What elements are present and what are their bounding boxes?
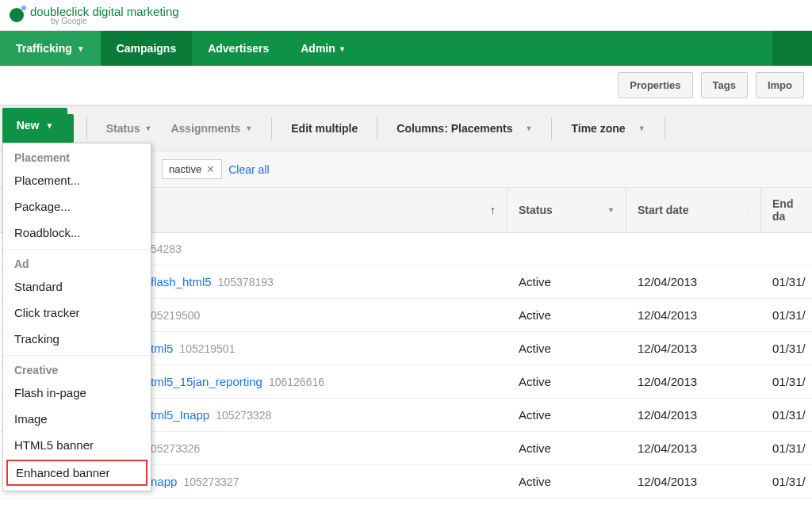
import-button[interactable]: Impo [756,72,804,98]
row-status: Active [508,399,626,431]
main-nav: Trafficking ▼ Campaigns Advertisers Admi… [0,31,812,66]
caret-down-icon: ▼ [526,124,533,132]
caret-down-icon: ▼ [77,44,85,53]
caret-down-icon: ▾ [340,44,344,53]
caret-down-icon: ▼ [245,124,252,132]
dd-html5-banner[interactable]: HTML5 banner [3,432,151,458]
close-icon[interactable]: ✕ [206,163,215,175]
dd-section-creative: Creative [3,356,151,380]
dd-section-ad: Ad [3,250,151,273]
nav-advertisers[interactable]: Advertisers [192,31,285,66]
dd-image[interactable]: Image [3,406,151,432]
clear-all-link[interactable]: Clear all [228,163,269,176]
divider [86,117,87,139]
status-filter[interactable]: Status ▼ [100,117,159,139]
col-status-label: Status [519,204,553,216]
row-status: Active [508,265,626,298]
row-end: 01/31/ [761,399,812,431]
row-start: 12/04/2013 [626,465,761,498]
timezone-selector[interactable]: Time zone ▼ [565,117,651,139]
new-dropdown: Placement Placement... Package... Roadbl… [2,143,151,491]
nav-admin[interactable]: Admin ▾ [285,31,360,66]
caret-down-icon: ▼ [638,124,645,132]
divider [551,117,552,139]
row-end: 01/31/ [761,332,812,365]
row-start: 12/04/2013 [626,365,761,398]
col-end-label: End da [772,197,801,223]
dd-roadblock[interactable]: Roadblock... [3,220,151,246]
dd-flash-inpage[interactable]: Flash in-page [3,380,151,406]
row-status: Active [508,332,626,365]
col-start-label: Start date [638,204,689,216]
row-end: 01/31/ [761,265,812,298]
assignments-filter[interactable]: Assignments ▼ [164,117,259,139]
columns-label: Columns: Placements [396,122,512,135]
status-label: Status [106,122,140,135]
nav-trafficking-label: Trafficking [16,42,72,55]
timezone-label: Time zone [571,122,625,135]
row-end: 01/31/ [761,465,812,498]
new-button-open[interactable]: New ▼ [2,108,67,143]
col-start-date[interactable]: Start date ↓ [626,188,761,232]
properties-button[interactable]: Properties [618,72,692,98]
col-end-date[interactable]: End da [761,188,812,232]
divider [271,117,272,139]
row-start: 12/04/2013 [626,399,761,431]
row-status: Active [508,432,626,464]
nav-trafficking[interactable]: Trafficking ▼ [0,31,101,66]
row-status: Active [508,365,626,398]
nav-admin-label: Admin [301,42,335,55]
edit-multiple-button[interactable]: Edit multiple [285,117,364,139]
dd-section-placement: Placement [3,143,151,167]
caret-down-icon: ▼ [45,121,53,130]
dd-enhanced-banner[interactable]: Enhanced banner [6,460,147,486]
sub-toolbar: Properties Tags Impo [0,66,812,105]
dd-package[interactable]: Package... [3,193,151,220]
tags-button[interactable]: Tags [701,72,748,98]
chip-label: nactive [169,163,201,175]
sort-icon: ↓ [746,206,750,214]
nav-end-block [772,31,812,66]
logo-bar: doubleclick digital marketing by Google [0,0,812,31]
dd-tracking[interactable]: Tracking [3,326,151,352]
row-end: 01/31/ [761,299,812,331]
row-end: 01/31/ [761,365,812,398]
nav-campaigns[interactable]: Campaigns [101,31,192,66]
row-start: 12/04/2013 [626,332,761,365]
dd-placement[interactable]: Placement... [3,167,151,193]
divider [665,117,665,139]
sort-asc-icon: ↑ [490,204,496,216]
filter-chip-inactive[interactable]: nactive ✕ [162,159,222,179]
row-start: 12/04/2013 [626,265,761,298]
col-status[interactable]: Status ▼ [508,188,626,232]
assignments-label: Assignments [170,122,240,135]
columns-selector[interactable]: Columns: Placements ▼ [390,117,538,139]
dd-standard[interactable]: Standard [3,273,151,300]
divider [377,117,377,139]
row-status: Active [508,465,626,498]
row-start: 12/04/2013 [626,432,761,464]
row-status: Active [508,299,626,331]
caret-down-icon: ▼ [607,206,615,214]
row-end: 01/31/ [761,432,812,464]
dd-click-tracker[interactable]: Click tracker [3,300,151,326]
logo-subtext: by Google [51,17,179,25]
logo-icon [10,8,24,22]
caret-down-icon: ▼ [145,124,152,132]
row-start: 12/04/2013 [626,299,761,331]
